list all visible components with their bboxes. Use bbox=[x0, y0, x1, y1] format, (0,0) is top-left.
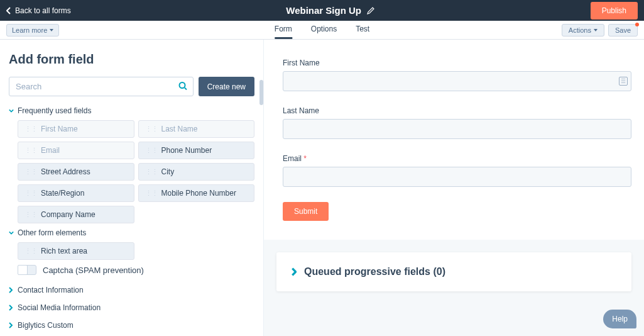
group-frequent-label: Frequently used fields bbox=[18, 106, 91, 115]
learn-more-label: Learn more bbox=[12, 26, 47, 34]
group-social-media[interactable]: Social Media Information bbox=[9, 299, 254, 316]
tab-test[interactable]: Test bbox=[356, 21, 369, 39]
last-name-label: Last Name bbox=[283, 106, 631, 115]
first-name-input[interactable] bbox=[283, 71, 631, 91]
drag-handle-icon: ⋮⋮ bbox=[145, 147, 158, 154]
form-title: Webinar Sign Up bbox=[286, 5, 361, 16]
search-wrap bbox=[9, 77, 194, 96]
caret-down-icon bbox=[50, 29, 53, 31]
form-title-wrap: Webinar Sign Up bbox=[286, 5, 375, 16]
chevron-down-icon bbox=[9, 108, 14, 113]
editor-tabs: Form Options Test bbox=[275, 21, 369, 39]
drag-handle-icon: ⋮⋮ bbox=[25, 190, 37, 197]
drag-handle-icon: ⋮⋮ bbox=[25, 169, 37, 176]
help-button[interactable]: Help bbox=[603, 310, 636, 328]
main-layout: Add form field Create new Frequently use… bbox=[0, 40, 644, 336]
captcha-row: Captcha (SPAM prevention) bbox=[18, 265, 254, 275]
field-company-name[interactable]: ⋮⋮Company Name bbox=[18, 206, 134, 223]
svg-point-0 bbox=[179, 82, 185, 88]
captcha-label: Captcha (SPAM prevention) bbox=[43, 266, 144, 275]
drag-handle-icon: ⋮⋮ bbox=[145, 126, 158, 133]
drag-handle-icon: ⋮⋮ bbox=[25, 211, 37, 218]
form-field-settings-icon[interactable]: ☰ bbox=[619, 77, 628, 86]
search-icon[interactable] bbox=[178, 81, 187, 92]
field-state-region[interactable]: ⋮⋮State/Region bbox=[18, 184, 134, 202]
field-mobile-phone[interactable]: ⋮⋮Mobile Phone Number bbox=[138, 184, 255, 202]
app-header: Back to all forms Webinar Sign Up Publis… bbox=[0, 0, 644, 21]
group-other-header[interactable]: Other form elements bbox=[9, 228, 254, 237]
group-other-label: Other form elements bbox=[18, 228, 86, 237]
left-panel: Add form field Create new Frequently use… bbox=[0, 40, 264, 336]
drag-handle-icon: ⋮⋮ bbox=[25, 248, 37, 255]
other-fields-row: ⋮⋮Rich text area bbox=[18, 242, 254, 260]
left-heading: Add form field bbox=[9, 52, 254, 67]
canvas-field-first-name[interactable]: First Name ☰ bbox=[283, 59, 631, 91]
save-label: Save bbox=[615, 26, 631, 34]
required-asterisk: * bbox=[303, 154, 307, 163]
back-label: Back to all forms bbox=[15, 6, 71, 15]
captcha-toggle[interactable] bbox=[18, 265, 36, 275]
group-contact-info[interactable]: Contact Information bbox=[9, 281, 254, 299]
last-name-input[interactable] bbox=[283, 119, 631, 139]
create-new-button[interactable]: Create new bbox=[199, 77, 254, 96]
left-scrollbar[interactable] bbox=[259, 80, 263, 105]
field-street-address[interactable]: ⋮⋮Street Address bbox=[18, 163, 134, 181]
field-first-name[interactable]: ⋮⋮First Name bbox=[18, 120, 134, 138]
chevron-right-icon bbox=[292, 267, 297, 276]
drag-handle-icon: ⋮⋮ bbox=[25, 126, 37, 133]
first-name-label: First Name bbox=[283, 59, 631, 67]
email-input[interactable] bbox=[283, 167, 631, 187]
actions-label: Actions bbox=[569, 26, 591, 34]
sub-header: Learn more Form Options Test Actions Sav… bbox=[0, 21, 644, 40]
tab-form[interactable]: Form bbox=[275, 21, 292, 39]
field-city[interactable]: ⋮⋮City bbox=[138, 163, 255, 181]
canvas-field-last-name[interactable]: Last Name bbox=[283, 106, 631, 139]
right-actions: Actions Save bbox=[562, 24, 638, 36]
publish-button[interactable]: Publish bbox=[591, 2, 638, 20]
right-panel: First Name ☰ Last Name Email * Submit Qu… bbox=[264, 40, 644, 336]
progressive-fields-section[interactable]: Queued progressive fields (0) bbox=[276, 252, 631, 291]
actions-dropdown[interactable]: Actions bbox=[562, 24, 604, 36]
progressive-fields-label: Queued progressive fields (0) bbox=[304, 266, 445, 277]
drag-handle-icon: ⋮⋮ bbox=[25, 147, 37, 154]
back-to-forms-link[interactable]: Back to all forms bbox=[6, 6, 71, 15]
edit-pencil-icon[interactable] bbox=[366, 6, 375, 15]
chevron-right-icon bbox=[9, 287, 13, 293]
caret-down-icon bbox=[594, 29, 598, 31]
unsaved-indicator-icon bbox=[635, 23, 639, 26]
chevron-right-icon bbox=[9, 305, 13, 311]
email-label: Email * bbox=[283, 154, 631, 163]
chevron-right-icon bbox=[9, 322, 13, 328]
group-biglytics-custom[interactable]: Biglytics Custom bbox=[9, 316, 254, 334]
learn-more-button[interactable]: Learn more bbox=[6, 24, 59, 36]
field-phone-number[interactable]: ⋮⋮Phone Number bbox=[138, 142, 255, 159]
chevron-down-icon bbox=[9, 230, 14, 235]
field-email[interactable]: ⋮⋮Email bbox=[18, 142, 134, 159]
canvas-field-email[interactable]: Email * bbox=[283, 154, 631, 187]
search-input[interactable] bbox=[9, 77, 194, 96]
field-last-name[interactable]: ⋮⋮Last Name bbox=[138, 120, 255, 138]
frequent-fields-grid: ⋮⋮First Name ⋮⋮Last Name ⋮⋮Email ⋮⋮Phone… bbox=[18, 120, 254, 223]
submit-button[interactable]: Submit bbox=[283, 202, 329, 221]
drag-handle-icon: ⋮⋮ bbox=[145, 169, 158, 176]
field-rich-text[interactable]: ⋮⋮Rich text area bbox=[18, 242, 134, 260]
save-button[interactable]: Save bbox=[608, 24, 638, 36]
form-canvas: First Name ☰ Last Name Email * Submit bbox=[264, 40, 644, 240]
group-frequent-header[interactable]: Frequently used fields bbox=[9, 106, 254, 115]
chevron-left-icon bbox=[6, 7, 11, 14]
search-row: Create new bbox=[9, 77, 254, 96]
drag-handle-icon: ⋮⋮ bbox=[145, 190, 158, 197]
tab-options[interactable]: Options bbox=[311, 21, 337, 39]
